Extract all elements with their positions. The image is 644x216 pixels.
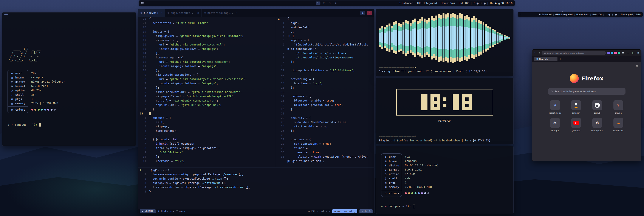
separator: |: [618, 13, 619, 16]
personalize-gear-icon[interactable]: ⚙: [636, 65, 638, 68]
close-window-button[interactable]: ×: [367, 11, 372, 15]
tab-pkgs-default-[interactable]: ❄pkgs/default...×: [165, 9, 202, 17]
track-time: [0:57/2:53]: [469, 70, 487, 73]
code-pane-pkgs-default[interactable]: 1{pkgs, ...}: {1 tux-awesome-wm-config =…: [138, 168, 374, 209]
indicator-dot-icon[interactable]: ●: [476, 2, 479, 5]
visualizer-bar: [442, 13, 444, 62]
shortcut-search-nixos[interactable]: ❄search.nixos: [544, 100, 566, 114]
user-icon: ◉: [10, 71, 14, 75]
close-tab-icon[interactable]: ×: [160, 11, 162, 15]
newtab-search-field[interactable]: Search with Google or enter address: [548, 88, 626, 95]
shortcut-youtube[interactable]: ▶youtube: [566, 118, 587, 132]
tab-flake-nix[interactable]: ❄flake.nix×: [138, 9, 165, 17]
visualizer-bar: [482, 23, 484, 53]
code-line: 22 security = {: [276, 116, 374, 120]
new-tab-button[interactable]: +: [559, 58, 561, 61]
shortcut-amazon[interactable]: aamazon: [566, 100, 587, 114]
tab-new-tab[interactable]: New Tab: [534, 57, 558, 61]
shortcut-claude[interactable]: ✳claude: [608, 100, 629, 114]
line-number: 19: [138, 30, 149, 34]
shell-prompt[interactable]: ⌂→canopus~))): [8, 123, 131, 127]
workspace-tag-2[interactable]: 2: [322, 2, 326, 5]
maximize-button[interactable]: □: [632, 52, 634, 54]
close-button[interactable]: ×: [637, 52, 639, 54]
code-text: ];: [149, 155, 159, 158]
titlebar-button[interactable]: [4, 14, 8, 15]
preview-toggle-button[interactable]: ◉: [360, 11, 365, 15]
indicator-dot-icon[interactable]: ●: [484, 2, 486, 5]
line-number: 15: [276, 86, 287, 90]
shortcut-github[interactable]: github: [587, 100, 608, 114]
line-number: 9: [138, 73, 149, 77]
distro-icon: ❄: [384, 163, 387, 168]
bluetooth-icon[interactable]: ᛒ: [480, 2, 482, 5]
code-pane-iso-image[interactable]: 1{1 pkgs,2 modulesPath,3 ...4}: {5 impor…: [276, 17, 374, 167]
apps-grid-icon[interactable]: [141, 2, 144, 4]
workspace-tag-4[interactable]: 4: [334, 2, 338, 5]
close-tab-icon[interactable]: ×: [236, 11, 238, 15]
shortcut-label: chatgpt: [551, 129, 559, 132]
fetch-key-row: ▦memory: [8, 101, 28, 106]
filename-label: flake.nix: [160, 210, 174, 213]
line-number: 14: [276, 81, 287, 86]
url-bar[interactable]: Search with Google or enter address: [542, 51, 606, 55]
project-label: nixos-config: [337, 210, 355, 213]
fetch-value: 6.9.8-zen1: [405, 167, 439, 172]
close-tab-icon[interactable]: ×: [198, 11, 199, 15]
workspace-tag-1[interactable]: 1: [316, 2, 320, 5]
code-text: nixos-hardware.url = "github:nixos/nixos…: [149, 90, 242, 94]
status-modules: P: Balanced|GPU: Integrated|Home: 8ms|Ba…: [398, 2, 512, 5]
cava-visualizer-window[interactable]: ======================> Playing:ffee for…: [376, 9, 514, 76]
code-text: } @ inputs: let: [149, 138, 178, 141]
indicator-dot-icon[interactable]: ●: [615, 13, 617, 16]
code-pane-flake-nix[interactable]: 22{21 description = "tux's NixOS Flake";…: [138, 17, 276, 167]
terminal-window-fastfetch-left[interactable]: ____ (_) _ __ / __ \/ / | |/ / / / / / /…: [2, 12, 136, 146]
fetch-key: colors: [389, 191, 399, 195]
uptime-icon: ◷: [384, 172, 387, 176]
host-icon: ▤: [10, 75, 14, 80]
git-branch-segment: ᛘmain: [176, 210, 185, 213]
visualizer-bar: [504, 35, 506, 40]
fetch-key-row: ▣pkgs: [382, 181, 402, 185]
clock-digit: [443, 94, 446, 110]
fetch-keys-box: ◉user▤hname❄distro⚙kernel◷uptime❯shell▣p…: [8, 70, 28, 113]
code-text: tux-awesome-wm-config = pkgs.callPackage…: [149, 173, 244, 176]
separator: |: [553, 13, 554, 16]
menu-icon[interactable]: ≡: [622, 52, 624, 54]
line-number: 10: [138, 68, 149, 73]
shortcut-cloudflare[interactable]: ☁cloudflare: [608, 118, 629, 132]
palette-dot: [418, 192, 420, 194]
visualizer-bar: [379, 29, 381, 47]
mode-icon: ✦: [142, 210, 143, 213]
shortcut-chat-openai[interactable]: ✻chat.openai: [587, 118, 608, 132]
bluetooth-icon[interactable]: ᛒ: [612, 13, 613, 16]
minimize-button[interactable]: —: [627, 52, 629, 54]
volume-icon[interactable]: ♪: [473, 2, 474, 5]
folder-icon: ▤: [334, 210, 336, 213]
host-icon: ▤: [384, 159, 387, 163]
back-icon[interactable]: ←: [534, 51, 536, 54]
code-line: 6 };: [138, 86, 276, 90]
filename-segment: ❄flake.nix: [158, 210, 174, 213]
extension-icon[interactable]: [614, 52, 617, 54]
code-text: programs = {: [287, 138, 311, 141]
forward-icon[interactable]: →: [538, 51, 540, 54]
editor-tabbar: ❄flake.nix×❄pkgs/default...×❄hosts/isoIm…: [138, 9, 374, 17]
extension-icon[interactable]: [608, 52, 610, 54]
extension-icon[interactable]: [618, 52, 620, 54]
volume-icon[interactable]: ♪: [605, 13, 606, 16]
terminal-window-fastfetch-right[interactable]: ◉user▤hname❄distro⚙kernel◷uptime❯shell▣p…: [376, 146, 514, 214]
code-line: 2 sops-nix.url = "github:Mic92/sops-nix"…: [138, 103, 276, 107]
workspace-tag-3[interactable]: 3: [328, 2, 332, 5]
prompt-chevron: ): [34, 123, 36, 127]
shell-prompt[interactable]: ⌂→canopus~))): [381, 204, 508, 208]
tab-hosts-isoImag-[interactable]: ❄hosts/isoImag...×: [202, 9, 240, 17]
shortcut-chatgpt[interactable]: ✻chatgpt: [544, 118, 566, 132]
extension-icon[interactable]: [611, 52, 613, 54]
indicator-dot-icon[interactable]: ●: [608, 13, 610, 16]
visualizer-bar: [424, 19, 426, 57]
apps-grid-icon[interactable]: [520, 14, 522, 15]
shortcut-label: youtube: [572, 129, 580, 132]
tty-clock-window[interactable]: 08/08/24 ======================> Playing…: [376, 78, 514, 144]
code-line: 26: [276, 133, 374, 137]
